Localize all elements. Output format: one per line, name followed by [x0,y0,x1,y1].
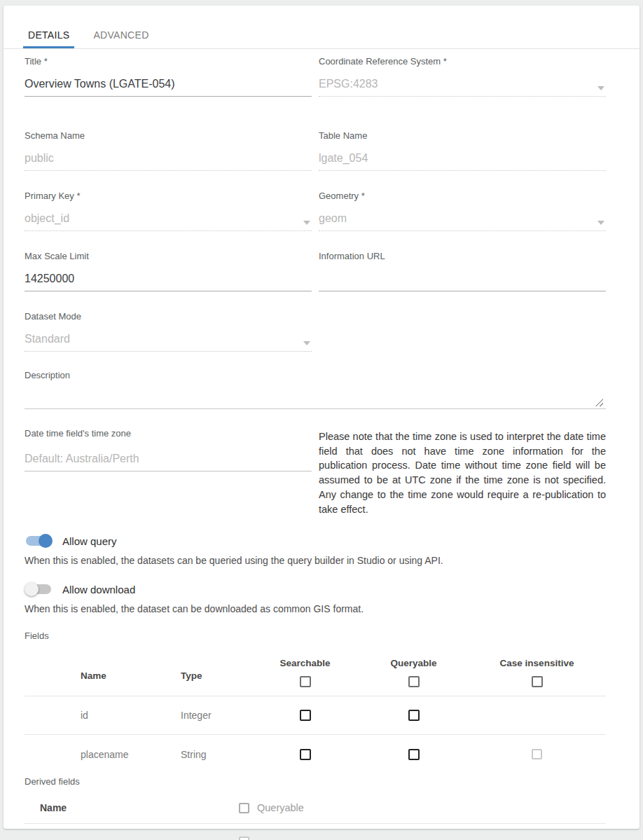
geometry-value: geom [319,212,347,225]
toggle-knob [25,582,39,596]
allow-query-label: Allow query [62,535,117,547]
tab-details[interactable]: DETAILS [23,25,74,48]
chevron-down-icon [303,221,310,225]
primary-key-label: Primary Key * [25,191,312,201]
crs-label: Coordinate Reference System * [319,56,606,67]
col-name-header: Name [81,670,181,681]
fields-table-header: Name Type Searchable Queryable Case inse… [25,658,606,696]
searchable-checkbox[interactable] [300,749,311,760]
toggle-knob [39,534,53,548]
allow-download-help: When this is enabled, the dataset can be… [25,603,606,614]
field-name: area [40,836,239,840]
fields-table: Name Type Searchable Queryable Case inse… [25,658,606,773]
timezone-label: Date time field's time zone [25,428,312,439]
title-field-group: Title * [25,56,312,97]
crs-field-group: Coordinate Reference System * EPSG:4283 [319,56,606,97]
col-queryable-header: Queryable [257,802,304,813]
tab-advanced[interactable]: ADVANCED [88,25,153,48]
col-name-header: Name [40,802,239,813]
timezone-input[interactable] [25,453,312,465]
fields-section-label: Fields [25,631,606,641]
col-searchable-header: Searchable [279,658,330,668]
dataset-mode-value: Standard [25,333,70,345]
dataset-mode-select: Standard [25,332,312,352]
queryable-checkbox[interactable] [408,710,420,721]
derived-queryable-select-all-checkbox [239,803,249,813]
searchable-select-all-checkbox[interactable] [300,676,311,687]
col-queryable-header: Queryable [390,658,436,668]
schema-value: public [25,152,54,165]
title-input[interactable] [25,78,312,90]
timezone-note: Please note that the time zone is used t… [319,429,606,516]
field-type: Integer [181,710,251,721]
description-field-group: Description [25,370,606,409]
tab-bar: DETAILS ADVANCED [4,25,639,49]
chevron-down-icon [597,86,604,90]
queryable-checkbox [239,836,249,840]
schema-input: public [25,151,312,171]
case-insensitive-select-all-checkbox[interactable] [532,676,543,687]
derived-fields-table: Name Queryable area length [25,802,606,840]
table-row: area [25,824,606,840]
schema-field-group: Schema Name public [25,130,312,171]
geometry-label: Geometry * [319,191,606,201]
details-form: Title * Coordinate Reference System * EP… [4,49,639,840]
primary-key-select: object_id [25,212,312,231]
description-label: Description [25,370,606,380]
crs-select: EPSG:4283 [319,77,606,97]
allow-query-toggle[interactable] [26,536,51,546]
derived-table-header: Name Queryable [25,802,606,824]
table-row: placename String [25,735,606,773]
table-name-input: lgate_054 [319,151,606,171]
max-scale-input[interactable] [25,273,312,285]
queryable-checkbox[interactable] [408,749,420,760]
geometry-field-group: Geometry * geom [319,191,606,231]
table-name-label: Table Name [319,130,606,141]
information-url-input[interactable] [319,273,606,285]
chevron-down-icon [303,341,310,345]
allow-download-label: Allow download [62,584,135,595]
dataset-details-panel: DETAILS ADVANCED Title * Coordinate Refe… [4,6,639,829]
case-insensitive-checkbox [532,749,542,759]
dataset-mode-label: Dataset Mode [25,311,312,322]
field-type: String [181,749,251,760]
max-scale-label: Max Scale Limit [25,251,312,261]
primary-key-field-group: Primary Key * object_id [25,191,312,231]
primary-key-value: object_id [25,212,69,225]
searchable-checkbox[interactable] [300,710,311,721]
max-scale-field-group: Max Scale Limit [25,251,312,291]
information-url-label: Information URL [319,251,606,261]
field-name: placename [81,749,181,760]
timezone-field-group: Date time field's time zone [25,428,312,516]
title-label: Title * [25,56,312,67]
chevron-down-icon [597,221,604,225]
col-case-insensitive-header: Case insensitive [500,658,574,668]
information-url-field-group: Information URL [319,251,606,291]
table-name-value: lgate_054 [319,152,368,165]
description-textarea[interactable] [25,391,606,408]
table-name-field-group: Table Name lgate_054 [319,130,606,171]
geometry-select: geom [319,212,606,231]
col-type-header: Type [181,670,251,681]
table-row: id Integer [25,696,606,735]
field-name: id [81,710,181,721]
schema-label: Schema Name [25,130,312,141]
allow-download-toggle[interactable] [26,584,51,594]
crs-value: EPSG:4283 [319,78,378,90]
allow-query-help: When this is enabled, the datasets can b… [25,555,606,566]
dataset-mode-field-group: Dataset Mode Standard [25,311,312,352]
derived-fields-section-label: Derived fields [25,776,606,787]
queryable-select-all-checkbox[interactable] [408,676,420,687]
